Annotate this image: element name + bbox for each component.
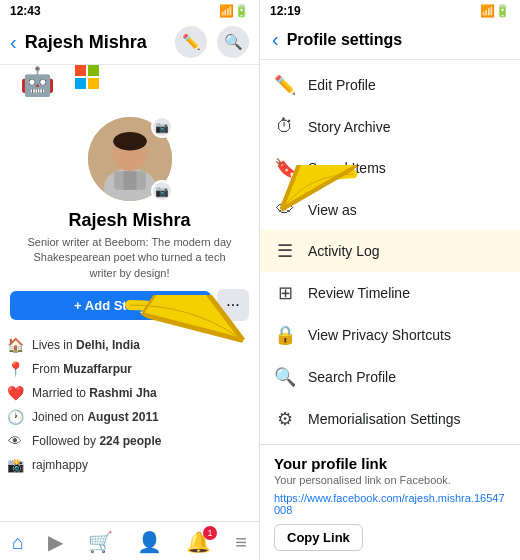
header-left: ‹ Rajesh Mishra ✏️ 🔍 (0, 20, 259, 65)
profile-name: Rajesh Mishra (68, 210, 190, 231)
back-button-left[interactable]: ‹ (10, 31, 17, 54)
menu-item-privacy-shortcuts[interactable]: 🔒 View Privacy Shortcuts (260, 314, 520, 356)
cover-logos: 🤖 (20, 65, 99, 98)
privacy-shortcuts-icon: 🔒 (274, 324, 296, 346)
status-icons-right: 📶🔋 (480, 4, 510, 18)
view-as-icon: 👁 (274, 199, 296, 220)
review-timeline-icon: ⊞ (274, 282, 296, 304)
edit-profile-label: Edit Profile (308, 77, 376, 93)
avatar-camera-icon[interactable]: 📷 (151, 180, 173, 202)
instagram-text: rajmhappy (32, 458, 88, 472)
status-icons-left: 📶🔋 (219, 4, 249, 18)
time-left: 12:43 (10, 4, 41, 18)
review-timeline-label: Review Timeline (308, 285, 410, 301)
header-icons: ✏️ 🔍 (175, 26, 249, 58)
list-item: 📍 From Muzaffarpur (6, 359, 253, 379)
saved-items-icon: 🔖 (274, 157, 296, 179)
instagram-icon: 📸 (6, 457, 24, 473)
list-item: ❤️ Married to Rashmi Jha (6, 383, 253, 403)
eye-icon: 👁 (6, 433, 24, 449)
back-button-right[interactable]: ‹ (272, 28, 279, 51)
nav-notifications[interactable]: 🔔 1 (186, 530, 211, 554)
list-item: 👁 Followed by 224 people (6, 431, 253, 451)
nav-marketplace[interactable]: 🛒 (88, 530, 113, 554)
info-list: 🏠 Lives in Delhi, India 📍 From Muzaffarp… (0, 335, 259, 475)
svg-rect-9 (123, 171, 136, 190)
more-button[interactable]: ··· (217, 289, 249, 321)
svg-rect-1 (88, 65, 99, 76)
menu-item-story-archive[interactable]: ⏱ Story Archive (260, 106, 520, 147)
svg-rect-0 (75, 65, 86, 76)
status-bar-right: 12:19 📶🔋 (260, 0, 520, 20)
memorialisation-icon: ⚙ (274, 408, 296, 430)
clock-icon: 🕐 (6, 409, 24, 425)
view-as-label: View as (308, 202, 357, 218)
search-profile-icon: 🔍 (274, 366, 296, 388)
notification-badge: 1 (203, 526, 217, 540)
header-right: ‹ Profile settings (260, 20, 520, 60)
lives-in-text: Lives in Delhi, India (32, 338, 140, 352)
menu-item-memorialisation[interactable]: ⚙ Memorialisation Settings (260, 398, 520, 440)
add-story-button[interactable]: + Add Story (10, 291, 211, 320)
nav-menu[interactable]: ≡ (235, 531, 247, 554)
edit-button[interactable]: ✏️ (175, 26, 207, 58)
heart-icon: ❤️ (6, 385, 24, 401)
copy-link-button[interactable]: Copy Link (274, 524, 363, 551)
list-item: 🏠 Lives in Delhi, India (6, 335, 253, 355)
married-text: Married to Rashmi Jha (32, 386, 157, 400)
menu-item-view-as[interactable]: 👁 View as (260, 189, 520, 230)
activity-log-label: Activity Log (308, 243, 380, 259)
nav-profile[interactable]: 👤 (137, 530, 162, 554)
search-profile-label: Search Profile (308, 369, 396, 385)
location-icon: 📍 (6, 361, 24, 377)
ms-logo (75, 65, 99, 98)
menu-item-review-timeline[interactable]: ⊞ Review Timeline (260, 272, 520, 314)
time-right: 12:19 (270, 4, 301, 18)
from-text: From Muzaffarpur (32, 362, 132, 376)
profile-link-title: Your profile link (274, 455, 506, 472)
bottom-nav-left: ⌂ ▶ 🛒 👤 🔔 1 ≡ (0, 521, 259, 560)
svg-rect-2 (75, 78, 86, 89)
profile-link-subtitle: Your personalised link on Facebook. (274, 474, 506, 486)
activity-log-icon: ☰ (274, 240, 296, 262)
edit-profile-icon: ✏️ (274, 74, 296, 96)
story-archive-icon: ⏱ (274, 116, 296, 137)
add-story-row: + Add Story ··· (10, 289, 249, 321)
right-panel: 12:19 📶🔋 ‹ Profile settings ✏️ Edit Prof… (260, 0, 520, 560)
nav-home[interactable]: ⌂ (12, 531, 24, 554)
profile-link-section: Your profile link Your personalised link… (260, 444, 520, 557)
left-panel: 12:43 📶🔋 ‹ Rajesh Mishra ✏️ 🔍 🤖 (0, 0, 260, 560)
svg-rect-3 (88, 78, 99, 89)
android-logo: 🤖 (20, 65, 55, 98)
memorialisation-label: Memorialisation Settings (308, 411, 461, 427)
status-bar-left: 12:43 📶🔋 (0, 0, 259, 20)
menu-item-search-profile[interactable]: 🔍 Search Profile (260, 356, 520, 398)
list-item: 📸 rajmhappy (6, 455, 253, 475)
privacy-shortcuts-label: View Privacy Shortcuts (308, 327, 451, 343)
menu-item-saved-items[interactable]: 🔖 Saved Items (260, 147, 520, 189)
search-button[interactable]: 🔍 (217, 26, 249, 58)
menu-list: ✏️ Edit Profile ⏱ Story Archive 🔖 Saved … (260, 60, 520, 444)
saved-items-label: Saved Items (308, 160, 386, 176)
svg-point-7 (113, 132, 147, 151)
story-archive-label: Story Archive (308, 119, 390, 135)
avatar-camera-icon2[interactable]: 📷 (151, 116, 173, 138)
list-item: 🕐 Joined on August 2011 (6, 407, 253, 427)
home-icon: 🏠 (6, 337, 24, 353)
followed-text: Followed by 224 people (32, 434, 161, 448)
profile-link-url: https://www.facebook.com/rajesh.mishra.1… (274, 492, 506, 516)
joined-text: Joined on August 2011 (32, 410, 159, 424)
menu-item-edit-profile[interactable]: ✏️ Edit Profile (260, 64, 520, 106)
profile-section: 📷 📷 Rajesh Mishra Senior writer at Beebo… (0, 104, 259, 335)
profile-title: Rajesh Mishra (25, 32, 175, 53)
avatar-wrapper: 📷 📷 (85, 114, 175, 204)
profile-settings-title: Profile settings (287, 31, 403, 49)
nav-video[interactable]: ▶ (48, 530, 63, 554)
profile-bio: Senior writer at Beebom: The modern day … (10, 235, 249, 281)
menu-item-activity-log[interactable]: ☰ Activity Log (260, 230, 520, 272)
